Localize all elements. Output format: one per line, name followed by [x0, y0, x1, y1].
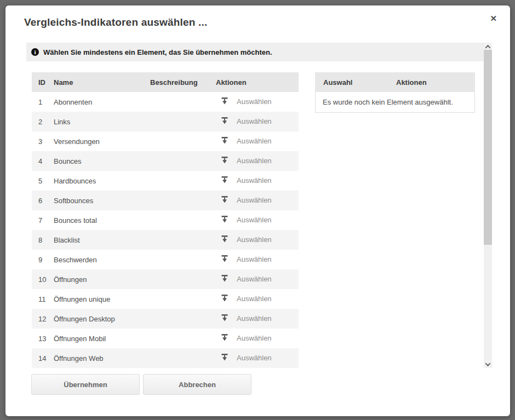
select-down-arrow-icon[interactable] — [221, 137, 228, 146]
scrollbar-up-icon[interactable] — [484, 43, 492, 50]
header-selection-actions: Aktionen — [396, 78, 475, 87]
selection-panel: Auswahl Aktionen Es wurde noch kein Elem… — [315, 72, 475, 113]
indicators-table: ID Name Beschreibung Aktionen 1 Abonnent… — [32, 72, 299, 368]
header-description: Beschreibung — [150, 72, 216, 92]
row-name: Bounces total — [54, 210, 150, 230]
close-icon[interactable]: ✕ — [488, 12, 499, 25]
table-row: 14 Öffnungen Web Auswählen — [32, 348, 299, 368]
row-name: Beschwerden — [54, 250, 150, 269]
selection-empty-message: Es wurde noch kein Element ausgewählt. — [315, 92, 475, 113]
apply-button[interactable]: Übernehmen — [31, 374, 140, 395]
header-selection: Auswahl — [315, 78, 396, 87]
select-down-arrow-icon[interactable] — [221, 334, 228, 343]
dialog-title: Vergleichs-Indikatoren auswählen ... — [24, 16, 208, 28]
table-row: 7 Bounces total Auswählen — [32, 210, 299, 230]
select-down-arrow-icon[interactable] — [221, 157, 228, 165]
row-id: 3 — [32, 131, 54, 151]
row-actions: Auswählen — [216, 191, 299, 210]
row-name: Versendungen — [54, 131, 150, 151]
row-description — [150, 171, 216, 191]
select-down-arrow-icon[interactable] — [221, 275, 228, 284]
scrollbar-thumb[interactable] — [484, 50, 492, 245]
table-row: 5 Hardbounces Auswählen — [32, 171, 299, 191]
row-description — [150, 210, 216, 230]
select-link[interactable]: Auswählen — [237, 275, 272, 283]
cancel-button[interactable]: Abbrechen — [143, 374, 251, 395]
row-actions: Auswählen — [216, 269, 299, 289]
row-id: 1 — [32, 92, 54, 112]
row-name: Abonnenten — [54, 92, 150, 112]
row-id: 14 — [32, 348, 54, 368]
table-row: 3 Versendungen Auswählen — [32, 131, 299, 151]
info-icon: i — [31, 48, 39, 56]
row-id: 8 — [32, 230, 54, 250]
scrollbar-down-icon[interactable] — [484, 360, 492, 368]
select-link[interactable]: Auswählen — [237, 354, 272, 362]
row-name: Bounces — [54, 151, 150, 171]
info-message: Wählen Sie mindestens ein Element, das S… — [43, 48, 272, 56]
table-row: 11 Öffnungen unique Auswählen — [32, 289, 299, 309]
row-actions: Auswählen — [216, 289, 299, 309]
row-id: 6 — [32, 191, 54, 210]
select-link[interactable]: Auswählen — [237, 255, 272, 263]
row-description — [150, 289, 216, 309]
selection-table-header: Auswahl Aktionen — [315, 72, 475, 92]
row-description — [150, 92, 216, 112]
row-actions: Auswählen — [216, 92, 299, 112]
select-link[interactable]: Auswählen — [237, 216, 272, 224]
header-id: ID — [32, 72, 54, 92]
row-description — [150, 151, 216, 171]
indicators-table-header: ID Name Beschreibung Aktionen — [32, 72, 299, 92]
row-id: 5 — [32, 171, 54, 191]
row-actions: Auswählen — [216, 329, 299, 348]
row-name: Öffnungen — [54, 269, 150, 289]
select-link[interactable]: Auswählen — [237, 137, 272, 145]
select-down-arrow-icon[interactable] — [221, 255, 228, 264]
row-id: 11 — [32, 289, 54, 309]
table-row: 1 Abonnenten Auswählen — [32, 92, 299, 112]
row-description — [150, 269, 216, 289]
row-id: 9 — [32, 250, 54, 269]
select-link[interactable]: Auswählen — [237, 117, 272, 125]
row-actions: Auswählen — [216, 131, 299, 151]
row-name: Öffnungen Mobil — [54, 329, 150, 348]
table-row: 13 Öffnungen Mobil Auswählen — [32, 329, 299, 348]
select-down-arrow-icon[interactable] — [221, 295, 228, 303]
select-link[interactable]: Auswählen — [237, 196, 272, 204]
info-banner: i Wählen Sie mindestens ein Element, das… — [26, 43, 484, 61]
row-name: Öffnungen Desktop — [54, 309, 150, 329]
header-actions: Aktionen — [216, 72, 299, 92]
select-down-arrow-icon[interactable] — [221, 235, 228, 244]
row-description — [150, 250, 216, 269]
row-actions: Auswählen — [216, 230, 299, 250]
select-link[interactable]: Auswählen — [237, 97, 272, 106]
vertical-scrollbar[interactable] — [484, 43, 492, 368]
row-actions: Auswählen — [216, 210, 299, 230]
select-down-arrow-icon[interactable] — [221, 196, 228, 205]
table-row: 9 Beschwerden Auswählen — [32, 250, 299, 269]
select-link[interactable]: Auswählen — [237, 176, 272, 185]
row-description — [150, 112, 216, 131]
select-down-arrow-icon[interactable] — [221, 117, 228, 126]
row-actions: Auswählen — [216, 151, 299, 171]
select-down-arrow-icon[interactable] — [221, 97, 228, 106]
select-down-arrow-icon[interactable] — [221, 216, 228, 225]
select-down-arrow-icon[interactable] — [221, 354, 228, 363]
select-link[interactable]: Auswählen — [237, 235, 272, 244]
select-link[interactable]: Auswählen — [237, 334, 272, 342]
row-id: 12 — [32, 309, 54, 329]
select-link[interactable]: Auswählen — [237, 157, 272, 165]
select-link[interactable]: Auswählen — [237, 314, 272, 323]
dialog-scroll-content: i Wählen Sie mindestens ein Element, das… — [26, 43, 484, 368]
select-link[interactable]: Auswählen — [237, 295, 272, 303]
select-down-arrow-icon[interactable] — [221, 314, 228, 323]
row-name: Blacklist — [54, 230, 150, 250]
row-name: Öffnungen Web — [54, 348, 150, 368]
row-name: Softbounces — [54, 191, 150, 210]
table-row: 4 Bounces Auswählen — [32, 151, 299, 171]
select-down-arrow-icon[interactable] — [221, 176, 228, 185]
row-actions: Auswählen — [216, 309, 299, 329]
row-id: 10 — [32, 269, 54, 289]
row-name: Öffnungen unique — [54, 289, 150, 309]
row-actions: Auswählen — [216, 250, 299, 269]
